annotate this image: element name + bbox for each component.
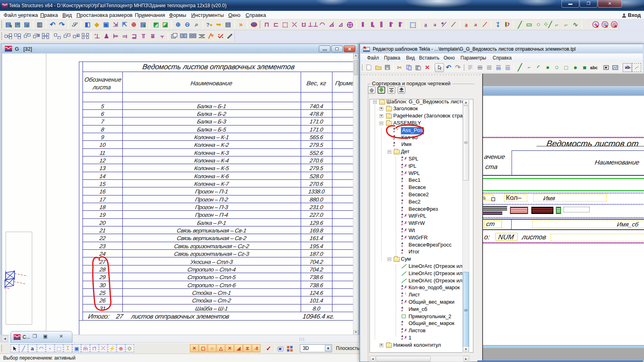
svg-text:α: α bbox=[37, 34, 39, 37]
svg-text:α: α bbox=[77, 34, 79, 37]
